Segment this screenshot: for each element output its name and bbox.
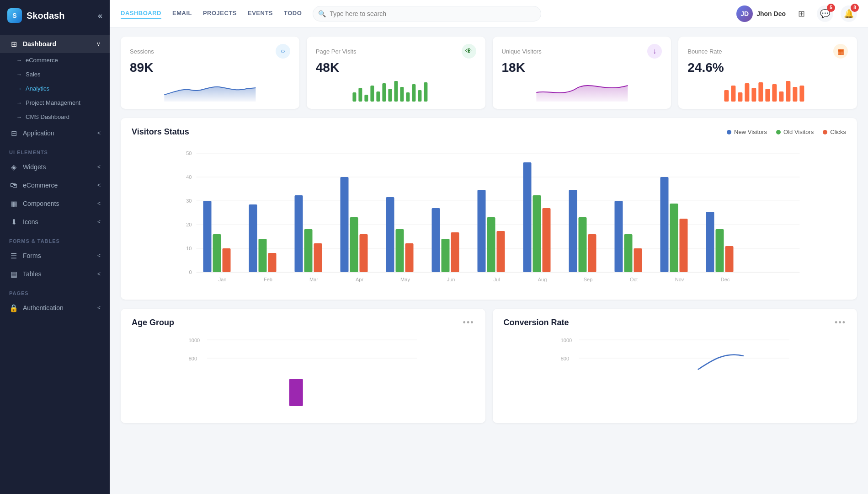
sidebar-item-forms[interactable]: ☰ Forms < [0, 247, 110, 265]
search-box: 🔍 [313, 6, 541, 21]
user-name: Jhon Deo [756, 10, 786, 17]
svg-rect-59 [451, 232, 459, 272]
stats-row: Sessions ○ 89K [121, 37, 857, 109]
svg-text:Sep: Sep [584, 277, 593, 282]
svg-rect-81 [706, 212, 714, 272]
svg-rect-19 [766, 89, 770, 102]
sidebar: S Skodash « ⊞ Dashboard ∨ eCommerce Sale… [0, 0, 110, 494]
sidebar-item-label-tables: Tables [23, 270, 41, 278]
nav-item-events[interactable]: EVENTS [248, 8, 273, 19]
sidebar-collapse-button[interactable]: « [98, 11, 102, 21]
notifications-badge: 8 [851, 4, 859, 12]
svg-rect-3 [370, 86, 374, 102]
svg-rect-49 [341, 177, 349, 272]
svg-rect-5 [382, 83, 386, 102]
logo-area: S Skodash [7, 8, 64, 23]
svg-text:Aug: Aug [538, 277, 547, 282]
search-input[interactable] [313, 6, 541, 21]
svg-text:800: 800 [189, 356, 197, 361]
sidebar-sub-cms[interactable]: CMS Dashboard [0, 110, 110, 124]
svg-rect-16 [745, 83, 750, 102]
grid-button[interactable]: ⊞ [793, 5, 809, 22]
sidebar-item-label-widgets: Widgets [23, 163, 46, 171]
sidebar-item-ecommerce[interactable]: 🛍 eCommerce < [0, 176, 110, 194]
app-name: Skodash [27, 11, 64, 21]
search-icon: 🔍 [318, 10, 326, 17]
svg-rect-65 [523, 162, 532, 272]
svg-text:Mar: Mar [309, 277, 318, 282]
nav-item-todo[interactable]: TODO [284, 8, 302, 19]
page-visits-icon: 👁 [462, 44, 476, 59]
application-arrow: < [97, 130, 101, 136]
svg-rect-75 [634, 248, 642, 272]
svg-rect-10 [412, 84, 415, 102]
sidebar-item-components[interactable]: ▦ Components < [0, 194, 110, 213]
legend-old-visitors: Old Visitors [776, 129, 814, 135]
sidebar-item-widgets[interactable]: ◈ Widgets < [0, 158, 110, 176]
legend-clicks: Clicks [823, 129, 846, 135]
svg-rect-20 [772, 84, 777, 102]
svg-text:1000: 1000 [560, 338, 571, 343]
svg-rect-21 [779, 91, 784, 102]
svg-rect-53 [386, 197, 394, 272]
messages-button[interactable]: 💬 5 [817, 5, 833, 22]
sidebar-item-tables[interactable]: ▤ Tables < [0, 265, 110, 283]
svg-rect-2 [364, 95, 368, 102]
application-icon: ⊟ [9, 129, 18, 138]
user-profile[interactable]: JD Jhon Deo [736, 5, 786, 22]
sidebar-sub-sales[interactable]: Sales [0, 67, 110, 81]
svg-text:Jun: Jun [447, 277, 455, 282]
svg-text:Jan: Jan [218, 277, 227, 282]
svg-text:Dec: Dec [721, 277, 730, 282]
stat-card-unique-visitors: Unique Visitors ↓ 18K [493, 37, 671, 109]
sidebar-item-label-components: Components [23, 200, 59, 207]
visitors-status-section: Visitors Status New Visitors Old Visitor… [121, 118, 857, 300]
age-group-card: Age Group ••• 1000 800 [121, 309, 485, 423]
age-group-chart: 1000 800 [132, 333, 474, 411]
svg-text:800: 800 [560, 356, 569, 361]
svg-text:10: 10 [186, 246, 192, 251]
nav-item-email[interactable]: EMAIL [172, 8, 192, 19]
svg-rect-79 [680, 219, 688, 272]
components-icon: ▦ [9, 199, 18, 208]
svg-rect-12 [424, 82, 427, 102]
sessions-chart [130, 79, 290, 102]
header-right: JD Jhon Deo ⊞ 💬 5 🔔 8 [736, 5, 857, 22]
svg-rect-18 [759, 82, 763, 102]
svg-rect-1 [358, 88, 362, 102]
sidebar-item-icons[interactable]: ⬇ Icons < [0, 213, 110, 231]
sidebar-logo: S Skodash « [0, 0, 110, 31]
conversion-rate-more-button[interactable]: ••• [835, 318, 846, 328]
sidebar-item-label-icons: Icons [23, 218, 38, 226]
svg-rect-71 [588, 234, 596, 272]
svg-rect-42 [259, 239, 267, 272]
nav-item-dashboard[interactable]: DASHBOARD [121, 8, 161, 19]
sidebar-item-label-application: Application [23, 129, 54, 137]
conversion-rate-title: Conversion Rate [504, 318, 569, 328]
logo-icon: S [7, 8, 22, 23]
notifications-button[interactable]: 🔔 8 [841, 5, 857, 22]
svg-rect-54 [396, 229, 404, 272]
sidebar-item-authentication[interactable]: 🔒 Authentication < [0, 299, 110, 317]
age-group-more-button[interactable]: ••• [463, 318, 474, 328]
nav-item-projects[interactable]: PROJECTS [203, 8, 237, 19]
forms-icon: ☰ [9, 251, 18, 260]
sidebar-item-application[interactable]: ⊟ Application < [0, 124, 110, 142]
sidebar-sub-project-management[interactable]: Project Management [0, 96, 110, 110]
bounce-rate-value: 24.6% [687, 60, 848, 75]
bounce-rate-label: Bounce Rate [687, 48, 722, 55]
svg-text:40: 40 [186, 174, 192, 180]
bounce-rate-icon: ▦ [833, 44, 848, 59]
sidebar-sub-analytics[interactable]: Analytics [0, 81, 110, 96]
sessions-value: 89K [130, 60, 290, 75]
svg-text:Jul: Jul [493, 277, 500, 282]
sidebar-sub-ecommerce[interactable]: eCommerce [0, 53, 110, 67]
svg-rect-13 [724, 90, 729, 102]
svg-text:Feb: Feb [264, 277, 272, 282]
sidebar-item-label-forms: Forms [23, 252, 41, 259]
unique-visitors-label: Unique Visitors [502, 48, 542, 55]
sidebar-item-dashboard[interactable]: ⊞ Dashboard ∨ [0, 35, 110, 53]
svg-rect-67 [543, 208, 551, 272]
widgets-icon: ◈ [9, 162, 18, 172]
svg-text:May: May [400, 277, 410, 282]
